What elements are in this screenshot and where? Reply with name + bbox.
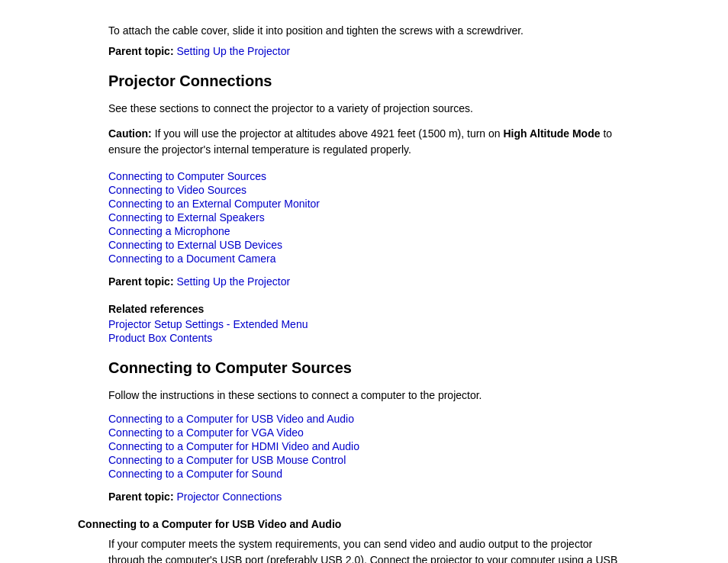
link-external-monitor[interactable]: Connecting to an External Computer Monit… [108, 198, 320, 210]
related-references-label: Related references [108, 303, 620, 315]
projector-connections-links: Connecting to Computer Sources Connectin… [108, 170, 620, 265]
computer-sources-links: Connecting to a Computer for USB Video a… [108, 413, 620, 480]
usb-audio-heading: Connecting to a Computer for USB Video a… [78, 518, 620, 530]
intro-parent-topic-link[interactable]: Setting Up the Projector [176, 45, 290, 57]
caution-block: Caution: If you will use the projector a… [108, 126, 620, 158]
page: To attach the cable cover, slide it into… [0, 0, 728, 563]
related-links: Projector Setup Settings - Extended Menu… [108, 318, 620, 344]
connecting-computer-sources-heading: Connecting to Computer Sources [78, 359, 620, 377]
link-sound[interactable]: Connecting to a Computer for Sound [108, 468, 282, 480]
cs-parent-topic-label: Parent topic: [108, 491, 174, 503]
usb-audio-paragraph: If your computer meets the system requir… [108, 536, 620, 563]
link-video-sources[interactable]: Connecting to Video Sources [108, 184, 246, 196]
caution-bold: High Altitude Mode [503, 127, 600, 140]
pc-parent-topic-link[interactable]: Setting Up the Projector [176, 275, 290, 288]
link-setup-settings[interactable]: Projector Setup Settings - Extended Menu [108, 318, 308, 330]
intro-text: To attach the cable cover, slide it into… [108, 23, 620, 39]
intro-parent-topic-line: Parent topic: Setting Up the Projector [108, 45, 620, 57]
content-area: To attach the cable cover, slide it into… [78, 23, 650, 563]
cs-parent-topic-line: Parent topic: Projector Connections [108, 491, 620, 503]
link-product-box[interactable]: Product Box Contents [108, 332, 212, 344]
link-external-speakers[interactable]: Connecting to External Speakers [108, 211, 265, 224]
link-usb-devices[interactable]: Connecting to External USB Devices [108, 239, 282, 251]
link-microphone[interactable]: Connecting a Microphone [108, 225, 230, 237]
link-usb-mouse[interactable]: Connecting to a Computer for USB Mouse C… [108, 454, 346, 466]
link-computer-sources[interactable]: Connecting to Computer Sources [108, 170, 266, 182]
caution-text: If you will use the projector at altitud… [155, 127, 504, 140]
pc-parent-topic-label: Parent topic: [108, 275, 174, 288]
cs-parent-topic-link[interactable]: Projector Connections [176, 491, 282, 503]
projector-connections-description: See these sections to connect the projec… [108, 101, 620, 117]
link-hdmi-video-audio[interactable]: Connecting to a Computer for HDMI Video … [108, 440, 359, 452]
projector-connections-heading: Projector Connections [78, 72, 620, 90]
link-document-camera[interactable]: Connecting to a Document Camera [108, 253, 275, 265]
pc-parent-topic-line: Parent topic: Setting Up the Projector [108, 275, 620, 288]
caution-label: Caution: [108, 127, 152, 140]
intro-parent-topic-label: Parent topic: [108, 45, 174, 57]
link-vga-video[interactable]: Connecting to a Computer for VGA Video [108, 426, 304, 439]
link-usb-video-audio[interactable]: Connecting to a Computer for USB Video a… [108, 413, 354, 425]
connecting-computer-sources-description: Follow the instructions in these section… [108, 388, 620, 404]
